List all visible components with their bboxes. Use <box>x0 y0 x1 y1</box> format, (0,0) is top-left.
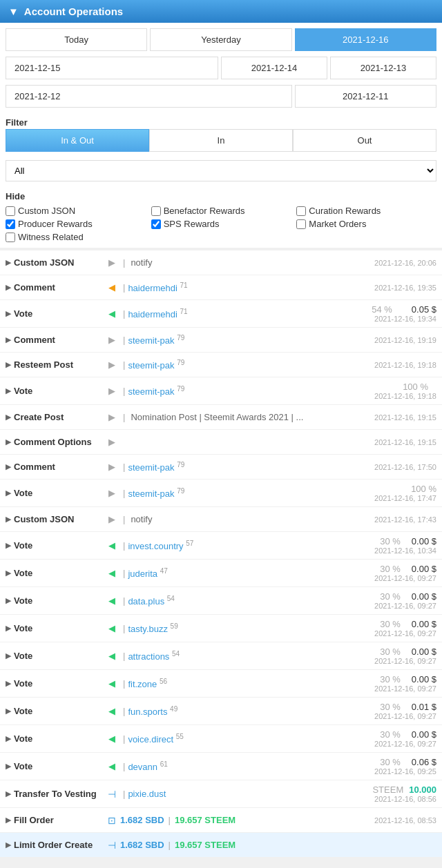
op-user[interactable]: voice.direct 55 <box>128 733 184 744</box>
sbd-amount-2: 1.682 SBD <box>120 840 164 850</box>
date-2021-12-12-btn[interactable]: 2021-12-12 <box>6 85 292 108</box>
hide-witness-related-checkbox[interactable] <box>6 233 15 242</box>
hide-custom-json[interactable]: Custom JSON <box>6 206 146 216</box>
hide-witness-related-label: Witness Related <box>18 232 84 242</box>
op-amount: 0.00 $ <box>412 674 436 684</box>
op-user[interactable]: steemit-pak 79 <box>128 385 184 397</box>
expand-icon[interactable]: ▶ <box>6 462 11 471</box>
expand-icon[interactable]: ▶ <box>6 651 11 660</box>
expand-icon[interactable]: ▶ <box>6 679 11 688</box>
hide-custom-json-checkbox[interactable] <box>6 206 15 216</box>
expand-icon[interactable]: ▶ <box>6 707 11 716</box>
op-time: 2021-12-16, 19:18 <box>374 361 436 369</box>
op-user[interactable]: fun.sports 49 <box>128 705 177 717</box>
expand-icon[interactable]: ▶ <box>6 335 11 344</box>
filter-tab-out[interactable]: Out <box>293 129 436 152</box>
op-detail: Nomination Post | Steemit Awards 2021 | … <box>131 412 374 422</box>
direction-icon: ◀ <box>106 651 117 661</box>
op-right: 2021-12-16, 19:15 <box>374 438 436 446</box>
op-user[interactable]: pixie.dust <box>128 789 166 799</box>
op-row-vote-juderita: ▶ Vote ◀ | juderita 47 30 % 0.00 $ 2021-… <box>0 560 442 587</box>
direction-icon: ▶ <box>106 412 117 422</box>
date-today-btn[interactable]: Today <box>6 28 147 51</box>
op-amount: 0.00 $ <box>412 647 436 657</box>
op-user[interactable]: haidermehdi 71 <box>128 282 187 293</box>
op-user[interactable]: steemit-pak 79 <box>128 359 184 371</box>
hide-curation-rewards[interactable]: Curation Rewards <box>296 206 436 216</box>
expand-icon[interactable]: ▶ <box>6 515 11 524</box>
expand-icon[interactable]: ▶ <box>6 624 11 633</box>
expand-icon[interactable]: ▶ <box>6 413 11 422</box>
op-user[interactable]: steemit-pak 79 <box>128 334 184 346</box>
expand-icon[interactable]: ▶ <box>6 360 11 369</box>
hide-witness-related[interactable]: Witness Related <box>6 232 146 242</box>
op-user[interactable]: haidermehdi 71 <box>128 308 187 319</box>
op-user[interactable]: steemit-pak 79 <box>128 487 184 499</box>
op-user[interactable]: fit.zone 56 <box>128 678 167 689</box>
filter-tab-in-out[interactable]: In & Out <box>6 129 149 152</box>
expand-icon[interactable]: ▶ <box>6 437 11 446</box>
op-time: 2021-12-16, 10:34 <box>374 546 436 555</box>
expand-icon[interactable]: ▶ <box>6 258 11 267</box>
op-user[interactable]: tasty.buzz 59 <box>128 622 177 634</box>
op-amount: 0.00 $ <box>412 564 436 574</box>
expand-icon[interactable]: ▶ <box>6 840 11 849</box>
op-user[interactable]: devann 61 <box>128 760 167 772</box>
op-time: 2021-12-16, 09:27 <box>374 712 436 720</box>
op-type: Vote <box>14 488 104 498</box>
hide-producer-rewards-checkbox[interactable] <box>6 219 15 229</box>
expand-icon[interactable]: ▶ <box>6 762 11 771</box>
expand-icon[interactable]: ▶ <box>6 489 11 497</box>
direction-icon: ◀ <box>106 733 117 744</box>
op-percent: 30 % <box>380 536 401 546</box>
hide-market-orders[interactable]: Market Orders <box>296 219 436 229</box>
direction-icon: ▶ <box>106 514 117 524</box>
op-row-comment-options: ▶ Comment Options ▶ 2021-12-16, 19:15 <box>0 430 442 455</box>
date-yesterday-btn[interactable]: Yesterday <box>150 28 291 51</box>
op-user[interactable]: steemit-pak 79 <box>128 461 184 473</box>
expand-icon[interactable]: ▶ <box>6 816 11 825</box>
op-percent: 30 % <box>380 674 401 684</box>
op-user[interactable]: data.plus 54 <box>128 595 175 606</box>
op-right: 2021-12-16, 19:35 <box>374 284 436 292</box>
hide-benefactor-rewards-checkbox[interactable] <box>151 206 161 216</box>
filter-tab-in[interactable]: In <box>149 129 293 152</box>
type-select[interactable]: All <box>6 160 436 181</box>
hide-market-orders-checkbox[interactable] <box>296 219 306 229</box>
direction-icon: ◀ <box>106 282 117 293</box>
op-row-limit-order-create: ▶ Limit Order Create ⊣ 1.682 SBD | 19.65… <box>0 833 442 858</box>
op-right: 2021-12-16, 20:06 <box>374 259 436 267</box>
op-user[interactable]: juderita 47 <box>128 567 167 579</box>
op-right: 30 % 0.00 $ 2021-12-16, 09:27 <box>374 647 436 665</box>
hide-producer-rewards[interactable]: Producer Rewards <box>6 219 146 229</box>
op-user[interactable]: attractions 54 <box>128 650 180 662</box>
expand-icon[interactable]: ▶ <box>6 569 11 578</box>
op-type: Fill Order <box>14 815 104 825</box>
direction-icon: ◀ <box>106 540 117 551</box>
op-row-vote-voice-direct: ▶ Vote ◀ | voice.direct 55 30 % 0.00 $ 2… <box>0 725 442 753</box>
date-2021-12-13-btn[interactable]: 2021-12-13 <box>330 57 436 79</box>
expand-icon[interactable]: ▶ <box>6 734 11 743</box>
expand-icon[interactable]: ▶ <box>6 309 11 318</box>
direction-icon: ◀ <box>106 706 117 716</box>
steem-amount: 19.657 STEEM <box>175 815 236 825</box>
op-row-vote-fun-sports: ▶ Vote ◀ | fun.sports 49 30 % 0.01 $ 202… <box>0 698 442 725</box>
header-arrow-icon: ▼ <box>8 6 19 17</box>
op-user[interactable]: invest.country 57 <box>128 540 193 551</box>
expand-icon[interactable]: ▶ <box>6 541 11 550</box>
expand-icon[interactable]: ▶ <box>6 789 11 798</box>
hide-curation-rewards-checkbox[interactable] <box>296 206 306 216</box>
hide-benefactor-rewards[interactable]: Benefactor Rewards <box>151 206 291 216</box>
hide-sps-rewards[interactable]: SPS Rewards <box>151 219 291 229</box>
date-2021-12-11-btn[interactable]: 2021-12-11 <box>295 85 436 108</box>
hide-sps-rewards-checkbox[interactable] <box>151 219 161 229</box>
expand-icon[interactable]: ▶ <box>6 596 11 605</box>
date-2021-12-16-btn[interactable]: 2021-12-16 <box>295 28 436 51</box>
expand-icon[interactable]: ▶ <box>6 283 11 292</box>
op-time: 2021-12-16, 09:27 <box>374 657 436 665</box>
date-2021-12-15-btn[interactable]: 2021-12-15 <box>6 57 218 79</box>
expand-icon[interactable]: ▶ <box>6 386 11 395</box>
date-2021-12-14-btn[interactable]: 2021-12-14 <box>221 57 327 79</box>
op-time: 2021-12-16, 17:50 <box>374 463 436 471</box>
op-row-vote-data-plus: ▶ Vote ◀ | data.plus 54 30 % 0.00 $ 2021… <box>0 587 442 615</box>
